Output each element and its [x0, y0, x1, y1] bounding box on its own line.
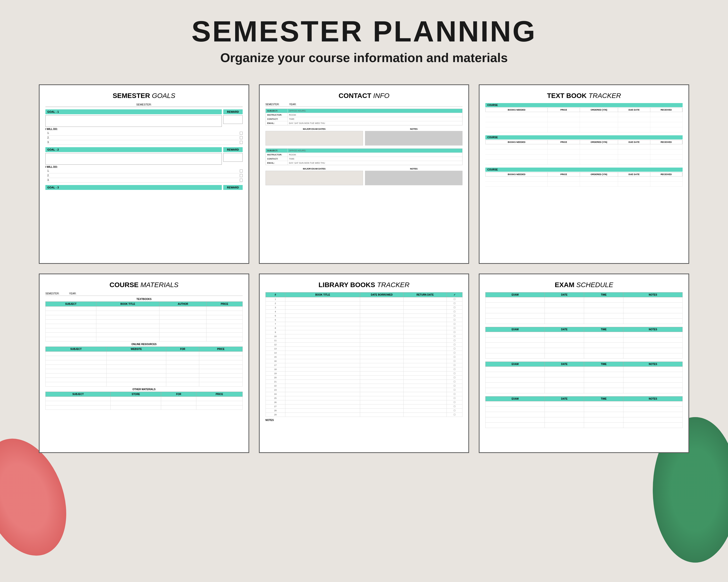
tb-row-2-4 [485, 160, 683, 165]
table-row [486, 297, 683, 303]
col-time-1: TIME [584, 293, 623, 297]
lib-row-borrowed [360, 297, 404, 301]
goal-3-label: GOAL - 3 [45, 185, 222, 190]
notes-area-2[interactable] [365, 171, 463, 185]
exam-table-3: EXAM DATE TIME NOTES [485, 362, 683, 393]
col-book-title-lib: BOOK TITLE [285, 293, 360, 297]
contact-section-2: SUBJECT: OFFICE HOURS: INSTRUCTOR: ROOM:… [265, 148, 463, 165]
lib-row-return [403, 347, 447, 351]
lib-row-borrowed [360, 355, 404, 359]
lib-row-check: ☐ [447, 322, 463, 326]
col-subject-om: SUBJECT [46, 392, 111, 397]
table-row [46, 333, 243, 337]
table-row: 29☐ [265, 413, 463, 417]
col-num: # [265, 293, 285, 297]
lib-row-borrowed [360, 314, 404, 318]
table-row [46, 311, 243, 315]
course-bar-1: COURSE [485, 103, 683, 107]
table-row [486, 377, 683, 383]
lib-row-num: 24 [265, 392, 285, 396]
major-exam-dates-label: MAJOR EXAM DATES [265, 128, 363, 130]
lib-row-num: 29 [265, 413, 285, 417]
lib-row-return [403, 330, 447, 334]
table-row [46, 324, 243, 328]
other-materials-title: OTHER MATERIALS [45, 388, 243, 391]
table-row: 24☐ [265, 392, 463, 396]
lib-row-borrowed [360, 322, 404, 326]
major-exam-dates-area[interactable] [265, 131, 363, 145]
online-resources-title: ONLINE RESOURCES [45, 343, 243, 345]
lib-row-title [285, 322, 360, 326]
tb-header-3: BOOKS NEEDED PRICE ORDERED (Y/N) DUE DAT… [485, 172, 683, 176]
table-row: 18☐ [265, 367, 463, 371]
table-row: 23☐ [265, 388, 463, 392]
goal-2-row: GOAL - 2 REWARD I WILL DO: 1. 2. 3. [45, 147, 243, 183]
lib-row-title [285, 384, 360, 388]
course-bar-3: COURSE [485, 168, 683, 172]
lib-row-title [285, 351, 360, 355]
materials-title: COURSE MATERIALS [45, 281, 243, 289]
col-price-om: PRICE [196, 392, 242, 397]
col-time-2: TIME [584, 327, 623, 332]
reward-1-box[interactable] [223, 115, 243, 124]
goal-2-text[interactable] [45, 153, 222, 165]
lib-row-title [285, 334, 360, 338]
lib-row-check: ☐ [447, 347, 463, 351]
col-received-3: RECEIVED [650, 172, 683, 176]
time-label-2: TIME: [288, 157, 463, 161]
will-do-2-1: 1. [47, 169, 243, 173]
lib-row-num: 2 [265, 301, 285, 306]
lib-row-check: ☐ [447, 409, 463, 413]
tb-header-2: BOOKS NEEDED PRICE ORDERED (Y/N) DUE DAT… [485, 140, 683, 144]
subject-label-2: SUBJECT: [266, 149, 288, 153]
lib-row-borrowed [360, 330, 404, 334]
mat-year-label: YEAR: [69, 292, 76, 295]
textbooks-section-title: TEXTBOOKS [45, 298, 243, 301]
lib-row-num: 23 [265, 388, 285, 392]
lib-row-return [403, 384, 447, 388]
notes-label-2: NOTES [365, 168, 463, 170]
lib-row-num: 1 [265, 297, 285, 301]
lib-row-title [285, 314, 360, 318]
table-row [46, 397, 243, 401]
contact-info-card: CONTACT INFO SEMESTER: YEAR: SUBJECT: OF… [259, 84, 469, 264]
notes-area-1[interactable] [365, 131, 463, 145]
contact-label: CONTACT: [266, 117, 288, 121]
lib-row-return [403, 380, 447, 384]
table-row [486, 337, 683, 343]
lib-row-title [285, 359, 360, 363]
lib-row-check: ☐ [447, 314, 463, 318]
tb-row-1-1 [485, 112, 683, 117]
major-exam-dates-area-2[interactable] [265, 171, 363, 185]
lib-row-return [403, 322, 447, 326]
tb-row-3-2 [485, 182, 683, 187]
tb-row-1-4 [485, 127, 683, 132]
lib-row-return [403, 400, 447, 405]
lib-row-check: ☐ [447, 384, 463, 388]
lib-row-borrowed [360, 318, 404, 322]
table-row [46, 306, 243, 311]
col-books-needed-3: BOOKS NEEDED [486, 172, 548, 176]
table-row [46, 356, 243, 360]
textbooks-table: SUBJECT BOOK TITLE AUTHOR PRICE [45, 301, 243, 341]
lib-row-num: 26 [265, 400, 285, 405]
lib-row-title [285, 310, 360, 314]
lib-row-num: 12 [265, 343, 285, 347]
lib-row-return [403, 388, 447, 392]
will-do-1-3: 3. [47, 140, 243, 145]
table-row [46, 401, 243, 406]
table-row: 1☐ [265, 297, 463, 301]
office-hours-label-2: OFFICE HOURS: [288, 149, 463, 153]
goal-1-text[interactable] [45, 115, 222, 127]
lib-row-borrowed [360, 363, 404, 367]
goals-title: SEMESTER GOALS [45, 92, 243, 100]
reward-2-box[interactable] [223, 153, 243, 162]
lib-row-num: 20 [265, 376, 285, 380]
will-do-1-label: I WILL DO: [45, 128, 243, 131]
table-row [486, 308, 683, 313]
exam-section-1: EXAM DATE TIME NOTES [485, 292, 683, 324]
lib-row-check: ☐ [447, 363, 463, 367]
lib-row-return [403, 301, 447, 306]
contact-label-2: CONTACT: [266, 157, 288, 161]
exam-section-3: EXAM DATE TIME NOTES [485, 362, 683, 393]
